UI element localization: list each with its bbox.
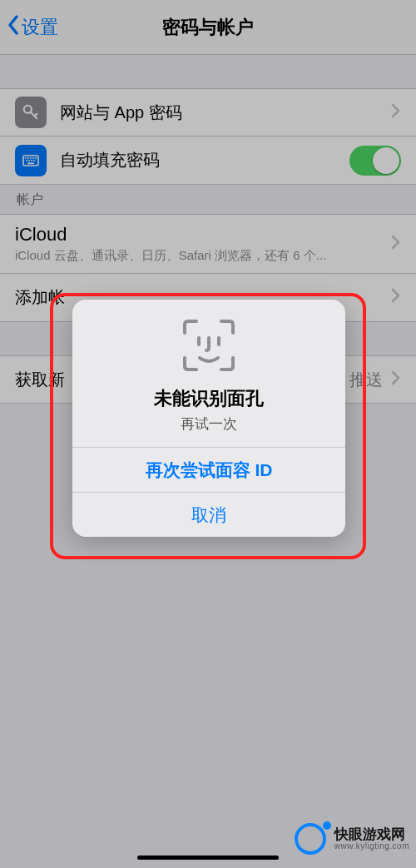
cancel-button[interactable]: 取消 bbox=[72, 492, 345, 537]
watermark-line2: www.kyligting.com bbox=[334, 842, 409, 851]
home-indicator[interactable] bbox=[137, 856, 279, 860]
watermark-line1: 快眼游戏网 bbox=[334, 827, 409, 842]
popup-body: 未能识别面孔 再试一次 bbox=[72, 300, 345, 447]
popup-subtitle: 再试一次 bbox=[87, 414, 330, 434]
retry-faceid-button[interactable]: 再次尝试面容 ID bbox=[72, 447, 345, 492]
faceid-popup: 未能识别面孔 再试一次 再次尝试面容 ID 取消 bbox=[72, 300, 345, 537]
watermark: 快眼游戏网 www.kyligting.com bbox=[295, 821, 409, 856]
watermark-icon bbox=[295, 821, 329, 856]
popup-title: 未能识别面孔 bbox=[87, 386, 330, 411]
faceid-icon bbox=[176, 313, 241, 378]
